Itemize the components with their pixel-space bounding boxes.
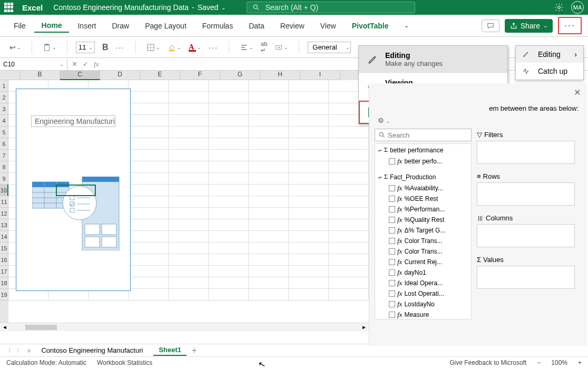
menu-item-editing-mode[interactable]: Editing › [516,46,583,63]
calc-mode[interactable]: Calculation Mode: Automatic [6,359,86,366]
tab-nav-prev[interactable]: 〈 [5,346,11,354]
cells-area[interactable]: document.write(Array.from({length:19},()… [8,80,369,323]
col-header[interactable]: C [60,71,100,80]
tab-file[interactable]: File [6,20,33,32]
cancel-icon[interactable]: ✕ [72,60,77,68]
share-button[interactable]: Share ⌄ [505,19,553,33]
field-list[interactable]: ⌐Σbetter performance fxbetter perfo... ⌐… [375,143,472,319]
field-item[interactable]: fxCurrent Rej... [375,257,471,267]
drop-zone-filters[interactable] [477,141,575,164]
menu-item-editing[interactable]: EditingMake any changes [359,46,507,73]
more-options-button[interactable]: ··· [558,17,582,34]
field-item[interactable]: fxLostdayNo [375,299,471,309]
zoom-level[interactable]: 100% [551,359,567,366]
borders-button[interactable]: ⌄ [144,42,162,53]
field-item[interactable]: fxIdeal Opera... [375,278,471,288]
field-item[interactable]: fxColor Trans... [375,246,471,257]
chevron-down-icon[interactable]: ⌄ [89,45,93,50]
document-title[interactable]: Contoso Engineering Manufacturing Data -… [53,3,226,12]
row-header[interactable]: 15 [0,243,8,254]
row-header[interactable]: 18 [0,277,8,289]
wrap-text-button[interactable]: ab↵ [259,40,269,55]
close-icon[interactable]: ✕ [574,88,581,98]
field-item[interactable]: fxColor Trans... [375,236,471,246]
field-item[interactable]: fx%OEE Rest [375,193,471,204]
tab-formulas[interactable]: Formulas [195,20,240,32]
add-sheet-icon[interactable]: + [192,346,197,355]
pane-settings-icon[interactable]: ⚙ ⌄ [369,117,587,129]
gear-icon[interactable] [554,3,564,12]
fx-icon[interactable]: fx [94,60,99,69]
field-item[interactable]: fxMeasure [375,309,471,319]
field-group[interactable]: ⌐Σbetter performance [375,144,471,156]
tab-home[interactable]: Home [34,19,70,33]
drop-zone-columns[interactable] [477,224,575,247]
tab-list-icon[interactable]: ≡ [27,347,31,354]
horizontal-scrollbar[interactable]: ◄ ► [0,323,369,331]
col-header[interactable]: D [100,71,140,80]
row-header[interactable]: 5 [0,127,8,138]
col-header[interactable]: I [300,71,340,80]
tab-page-layout[interactable]: Page Layout [138,20,194,32]
row-header[interactable]: 8 [0,161,8,173]
paste-button[interactable]: ⌄ [41,42,58,53]
col-header[interactable]: H [260,71,300,80]
more-format-button[interactable]: ··· [207,42,220,53]
tab-view[interactable]: View [313,20,344,32]
tab-insert[interactable]: Insert [70,20,103,32]
drop-zone-values[interactable] [477,266,575,289]
name-box[interactable]: C10 ⌄ [0,59,67,70]
fill-color-button[interactable]: ⌄ [165,42,183,53]
field-group[interactable]: ⌐ΣFact_Production [375,171,471,183]
selected-cell[interactable] [56,185,96,196]
field-item[interactable]: fx%Avaiability... [375,183,471,193]
field-item[interactable]: fx%Performan... [375,204,471,215]
row-header[interactable]: 19 [0,289,8,301]
field-item[interactable]: fxΔ% Target G... [375,225,471,236]
field-search-input[interactable] [375,129,472,141]
confirm-icon[interactable]: ✓ [83,60,89,68]
row-header[interactable]: 2 [0,92,8,103]
zoom-in-icon[interactable]: + [578,359,582,366]
chevron-down-icon[interactable]: ⌄ [397,20,416,31]
feedback-link[interactable]: Give Feedback to Microsoft [449,359,526,366]
drop-zone-rows[interactable] [477,182,575,206]
field-item[interactable]: fxLost Operati... [375,288,471,299]
col-header[interactable]: G [220,71,260,80]
field-item[interactable]: fxbetter perfo... [375,156,471,167]
sheet-tab[interactable]: Contoso Engineering Manufacturi [36,345,148,355]
scroll-left-icon[interactable]: ◄ [0,324,9,330]
avatar[interactable]: MA [571,1,584,14]
app-launcher-icon[interactable] [4,3,14,12]
col-header[interactable]: B [20,71,60,80]
row-header[interactable]: 9 [0,173,8,185]
row-header[interactable]: 13 [0,219,8,231]
undo-button[interactable]: ↩⌄ [7,42,23,53]
row-header[interactable]: 16 [0,254,8,266]
field-item[interactable]: fxdayNo1 [375,267,471,278]
comments-button[interactable] [482,20,499,32]
row-header[interactable]: 10 [0,185,8,196]
col-header[interactable]: E [140,71,180,80]
align-button[interactable]: ⌄ [238,43,256,52]
row-header[interactable]: 12 [0,208,8,219]
field-item[interactable]: fx%Quality Rest [375,215,471,225]
menu-item-catch-up[interactable]: Catch up [516,63,583,80]
tab-draw[interactable]: Draw [104,20,136,32]
tab-nav-next[interactable]: 〉 [16,346,22,354]
sheet-tab[interactable]: Sheet1 [153,345,187,356]
chevron-down-icon[interactable]: ⌄ [346,45,350,50]
row-header[interactable]: 4 [0,115,8,127]
row-header[interactable]: 17 [0,266,8,277]
scroll-right-icon[interactable]: ► [359,324,369,330]
row-header[interactable]: 3 [0,103,8,115]
tab-data[interactable]: Data [241,20,272,32]
row-header[interactable]: 6 [0,138,8,150]
row-header[interactable]: 11 [0,196,8,208]
number-format-select[interactable]: General [308,42,351,53]
select-all-corner[interactable] [0,71,20,80]
workbook-stats[interactable]: Workbook Statistics [97,359,152,366]
tab-review[interactable]: Review [273,20,312,32]
search-box[interactable]: Search (Alt + Q) [247,2,415,13]
bold-button[interactable]: B [100,42,111,53]
